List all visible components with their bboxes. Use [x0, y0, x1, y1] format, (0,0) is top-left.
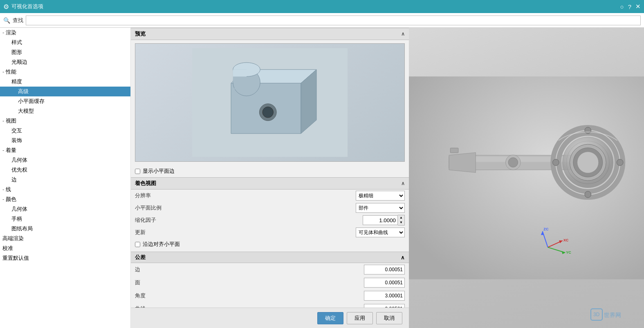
preview-label: 预览: [135, 30, 146, 38]
close-icon[interactable]: ✕: [635, 3, 641, 10]
preview-image: [135, 43, 405, 162]
search-label: 查找: [13, 17, 23, 24]
tree-item-precision[interactable]: 精度: [0, 77, 130, 87]
tree-item-shading[interactable]: 着量: [0, 145, 130, 155]
brand-svg: 3D 世界网: [590, 308, 639, 322]
tolerance-chevron[interactable]: ∧: [401, 254, 405, 261]
ok-button[interactable]: 确定: [317, 312, 343, 324]
tolerance-edge-label: 边: [135, 266, 364, 273]
tolerance-face-row: 面: [131, 276, 409, 289]
tree-item-shape[interactable]: 图形: [0, 47, 130, 57]
tree-item-interact[interactable]: 交互: [0, 126, 130, 136]
brand-logo: 3D 世界网: [590, 308, 639, 323]
shading-chevron[interactable]: ∧: [401, 181, 405, 186]
svg-rect-14: [450, 148, 458, 153]
resolution-label: 分辨率: [135, 192, 356, 199]
svg-point-27: [617, 159, 623, 166]
help-icon[interactable]: ?: [628, 3, 631, 10]
svg-point-26: [585, 191, 591, 198]
tree-item-largemodel[interactable]: 大模型: [0, 106, 130, 116]
minimize-icon[interactable]: ○: [620, 3, 624, 10]
tree-item-priority[interactable]: 优先权: [0, 165, 130, 175]
svg-text:3D: 3D: [593, 312, 600, 317]
tolerance-face-input[interactable]: [364, 278, 405, 288]
tree-item-smooth[interactable]: 光顺边: [0, 57, 130, 67]
app-icon: ⚙: [3, 3, 9, 11]
viewport-svg: ZC XC YC: [409, 28, 644, 328]
tree-item-line[interactable]: 线: [0, 185, 130, 194]
viewport: ZC XC YC 3D 世界网: [409, 28, 644, 328]
refine-spin-buttons: ▲ ▼: [398, 215, 405, 225]
search-icon: 🔍: [3, 17, 10, 24]
bottom-bar: 确定 应用 取消: [131, 308, 409, 328]
svg-point-28: [553, 159, 559, 166]
preview-svg: [192, 47, 348, 158]
tree-item-layout[interactable]: 图纸布局: [0, 224, 130, 234]
face-ratio-select[interactable]: 部件 全局 局部: [356, 203, 405, 213]
cancel-button[interactable]: 取消: [376, 312, 402, 324]
tree-item-hirender[interactable]: 高端渲染: [0, 234, 130, 243]
tree-item-edge[interactable]: 边: [0, 175, 130, 185]
search-bar: 🔍 查找: [0, 13, 644, 28]
svg-text:ZC: ZC: [543, 227, 549, 231]
tree-item-perf[interactable]: 性能: [0, 67, 130, 77]
svg-text:XC: XC: [563, 238, 569, 242]
tree-item-calib[interactable]: 校准: [0, 243, 130, 253]
tree-item-geom2[interactable]: 几何体: [0, 204, 130, 214]
refine-factor-label: 缩化因子: [135, 216, 363, 224]
tolerance-angle-label: 角度: [135, 292, 364, 299]
apply-button[interactable]: 应用: [347, 312, 373, 324]
refine-spin-down[interactable]: ▼: [398, 220, 404, 225]
svg-rect-10: [409, 76, 644, 279]
refine-spinner: ▲ ▼: [363, 215, 405, 225]
tolerance-container: 公差 ∧ 边 面 角度: [131, 252, 409, 308]
update-select[interactable]: 可见体和曲线 所有 仅可见: [356, 228, 405, 237]
tolerance-edge-input[interactable]: [364, 265, 405, 274]
tree-item-color[interactable]: 颜色: [0, 194, 130, 204]
tree-item-handle[interactable]: 手柄: [0, 214, 130, 224]
window-title: 可视化首选项: [11, 3, 43, 10]
svg-rect-7: [233, 69, 247, 76]
tolerance-angle-row: 角度: [131, 289, 409, 302]
svg-point-9: [263, 107, 274, 118]
svg-point-25: [585, 127, 591, 134]
refine-factor-row: 缩化因子 ▲ ▼: [131, 214, 409, 226]
tolerance-curve-input[interactable]: [364, 304, 405, 308]
preview-checkbox-row: 显示小平面边: [131, 165, 409, 177]
tree-item-decor[interactable]: 装饰: [0, 136, 130, 145]
tree-item-smallface[interactable]: 小平面缓存: [0, 96, 130, 106]
tree-item-reset[interactable]: 重置默认值: [0, 253, 130, 263]
refine-factor-input[interactable]: [363, 215, 398, 225]
tree-item-render[interactable]: 渲染: [0, 28, 130, 38]
tree-item-style[interactable]: 样式: [0, 38, 130, 47]
update-row: 更新 可见体和曲线 所有 仅可见: [131, 226, 409, 239]
svg-point-21: [577, 152, 599, 173]
settings-panel: 预览 ∧: [131, 28, 409, 308]
shading-section-header: 着色视图 ∧: [131, 177, 409, 190]
tolerance-header: 公差 ∧: [131, 252, 409, 263]
svg-point-24: [508, 158, 518, 167]
show-facet-label: 显示小平面边: [143, 167, 175, 175]
tree-item-view[interactable]: 视图: [0, 116, 130, 126]
main-content: 渲染 样式 图形 光顺边 性能 精度 高级 小平面缓存 大模型 视图 交互 装饰…: [0, 28, 644, 328]
refine-spin-up[interactable]: ▲: [398, 215, 404, 220]
preview-section-header: 预览 ∧: [131, 28, 409, 40]
align-facet-checkbox[interactable]: [135, 242, 140, 247]
tolerance-angle-input[interactable]: [364, 291, 405, 301]
show-facet-checkbox[interactable]: [135, 169, 140, 174]
resolution-select[interactable]: 极精细 精细 中等 粗糙: [356, 191, 405, 201]
tolerance-edge-row: 边: [131, 263, 409, 276]
search-input[interactable]: [26, 16, 641, 25]
resolution-row: 分辨率 极精细 精细 中等 粗糙: [131, 190, 409, 202]
preview-chevron[interactable]: ∧: [401, 31, 405, 37]
svg-marker-13: [449, 152, 476, 172]
content-wrapper: 预览 ∧: [131, 28, 644, 328]
left-panel: 渲染 样式 图形 光顺边 性能 精度 高级 小平面缓存 大模型 视图 交互 装饰…: [0, 28, 131, 328]
face-ratio-row: 小平面比例 部件 全局 局部: [131, 202, 409, 214]
tree-item-advanced[interactable]: 高级: [0, 87, 130, 96]
tree-item-geometry[interactable]: 几何体: [0, 155, 130, 165]
panel-column: 预览 ∧: [131, 28, 409, 328]
align-facet-label: 沿边对齐小平面: [143, 241, 180, 248]
tolerance-face-label: 面: [135, 279, 364, 286]
tolerance-label: 公差: [135, 254, 146, 261]
